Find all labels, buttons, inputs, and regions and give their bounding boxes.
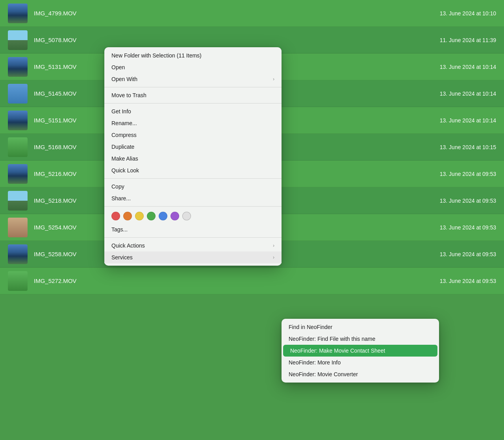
menu-item-duplicate[interactable]: Duplicate bbox=[104, 141, 282, 153]
file-date: 13. June 2024 at 09:53 bbox=[410, 171, 496, 177]
menu-item-label: Copy bbox=[111, 183, 274, 190]
menu-item-share[interactable]: Share... bbox=[104, 192, 282, 204]
menu-item-open[interactable]: Open bbox=[104, 61, 282, 73]
file-date: 13. June 2024 at 10:14 bbox=[410, 117, 496, 124]
file-date: 13. June 2024 at 09:53 bbox=[410, 198, 496, 204]
menu-item-label: Duplicate bbox=[111, 144, 274, 150]
menu-item-get-info[interactable]: Get Info bbox=[104, 105, 282, 117]
file-row[interactable]: IMG_4799.MOV13. June 2024 at 10:10 bbox=[0, 0, 504, 27]
submenu-chevron-icon: › bbox=[273, 243, 274, 248]
tag-color-gray[interactable] bbox=[182, 212, 191, 220]
file-date: 13. June 2024 at 10:14 bbox=[410, 64, 496, 70]
file-date: 13. June 2024 at 10:14 bbox=[410, 91, 496, 97]
file-thumbnail bbox=[8, 191, 28, 211]
menu-item-quick-look[interactable]: Quick Look bbox=[104, 165, 282, 176]
submenu-item-find-file-name[interactable]: NeoFinder: Find File with this name bbox=[282, 333, 439, 345]
menu-separator bbox=[104, 206, 282, 207]
tags-colors-row bbox=[104, 209, 282, 224]
menu-item-label: Services bbox=[111, 254, 273, 261]
file-thumbnail bbox=[8, 271, 28, 291]
menu-item-services[interactable]: Services› bbox=[104, 251, 282, 263]
file-date: 13. June 2024 at 10:10 bbox=[410, 10, 496, 17]
file-thumbnail bbox=[8, 218, 28, 237]
file-thumbnail bbox=[8, 111, 28, 130]
tag-color-red[interactable] bbox=[111, 212, 120, 220]
file-thumbnail bbox=[8, 57, 28, 77]
file-name: IMG_5272.MOV bbox=[34, 277, 410, 284]
menu-separator bbox=[104, 237, 282, 238]
menu-item-move-trash[interactable]: Move to Trash bbox=[104, 89, 282, 101]
submenu-item-movie-converter[interactable]: NeoFinder: Movie Converter bbox=[282, 368, 439, 380]
menu-item-label: New Folder with Selection (11 Items) bbox=[111, 52, 274, 59]
menu-item-label: Tags... bbox=[111, 226, 274, 233]
file-date: 13. June 2024 at 09:53 bbox=[410, 278, 496, 284]
file-row[interactable]: IMG_5272.MOV13. June 2024 at 09:53 bbox=[0, 268, 504, 294]
file-date: 13. June 2024 at 09:53 bbox=[410, 251, 496, 257]
tag-color-yellow[interactable] bbox=[135, 212, 144, 220]
menu-item-label: Make Alias bbox=[111, 155, 274, 162]
submenu-chevron-icon: › bbox=[273, 76, 274, 82]
menu-item-label: Move to Trash bbox=[111, 92, 274, 98]
menu-item-label: Open With bbox=[111, 76, 273, 82]
submenu-item-more-info[interactable]: NeoFinder: More Info bbox=[282, 357, 439, 368]
menu-item-open-with[interactable]: Open With› bbox=[104, 73, 282, 85]
menu-item-label: Get Info bbox=[111, 108, 274, 115]
file-date: 11. June 2024 at 11:39 bbox=[410, 37, 496, 43]
services-submenu: Find in NeoFinderNeoFinder: Find File wi… bbox=[282, 319, 439, 383]
menu-item-label: Quick Look bbox=[111, 167, 274, 174]
tag-color-green[interactable] bbox=[147, 212, 156, 220]
file-name: IMG_5078.MOV bbox=[34, 37, 410, 43]
tag-color-blue[interactable] bbox=[159, 212, 167, 220]
menu-item-label: Open bbox=[111, 64, 274, 70]
file-date: 13. June 2024 at 10:15 bbox=[410, 144, 496, 150]
menu-item-new-folder[interactable]: New Folder with Selection (11 Items) bbox=[104, 50, 282, 61]
menu-separator bbox=[104, 103, 282, 104]
submenu-item-find-neofinder[interactable]: Find in NeoFinder bbox=[282, 321, 439, 333]
file-thumbnail bbox=[8, 244, 28, 264]
menu-item-label: Quick Actions bbox=[111, 242, 273, 249]
tag-color-orange[interactable] bbox=[123, 212, 132, 220]
menu-item-compress[interactable]: Compress bbox=[104, 129, 282, 141]
file-thumbnail bbox=[8, 30, 28, 50]
menu-item-label: Share... bbox=[111, 195, 274, 202]
menu-item-label: Rename... bbox=[111, 120, 274, 126]
context-menu: New Folder with Selection (11 Items)Open… bbox=[104, 47, 282, 266]
menu-separator bbox=[104, 87, 282, 87]
file-name: IMG_4799.MOV bbox=[34, 10, 410, 17]
menu-item-quick-actions[interactable]: Quick Actions› bbox=[104, 240, 282, 251]
file-thumbnail bbox=[8, 4, 28, 23]
menu-item-rename[interactable]: Rename... bbox=[104, 117, 282, 129]
file-thumbnail bbox=[8, 137, 28, 157]
menu-item-label: Compress bbox=[111, 132, 274, 138]
file-thumbnail bbox=[8, 84, 28, 104]
menu-separator bbox=[104, 178, 282, 179]
tag-color-purple[interactable] bbox=[170, 212, 179, 220]
menu-item-make-alias[interactable]: Make Alias bbox=[104, 153, 282, 165]
submenu-item-make-contact-sheet[interactable]: NeoFinder: Make Movie Contact Sheet bbox=[283, 345, 437, 357]
submenu-chevron-icon: › bbox=[273, 255, 274, 260]
file-date: 13. June 2024 at 09:53 bbox=[410, 224, 496, 231]
menu-item-copy[interactable]: Copy bbox=[104, 181, 282, 192]
menu-item-tags[interactable]: Tags... bbox=[104, 224, 282, 235]
file-thumbnail bbox=[8, 164, 28, 184]
